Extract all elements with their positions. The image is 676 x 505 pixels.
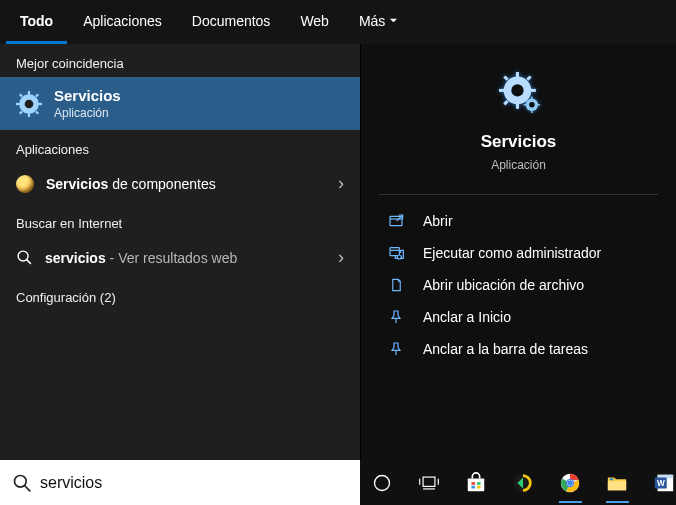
taskbar: W xyxy=(360,460,676,505)
search-icon xyxy=(12,473,32,493)
svg-rect-36 xyxy=(423,477,435,486)
tab-label: Web xyxy=(300,13,329,29)
svg-rect-5 xyxy=(38,102,42,104)
admin-icon xyxy=(387,245,405,261)
action-label: Abrir ubicación de archivo xyxy=(423,277,584,293)
svg-rect-8 xyxy=(19,110,23,114)
svg-rect-19 xyxy=(526,75,531,80)
chevron-right-icon: › xyxy=(338,173,344,194)
svg-rect-24 xyxy=(531,97,532,100)
svg-rect-17 xyxy=(529,89,535,92)
svg-rect-25 xyxy=(531,110,532,113)
svg-point-30 xyxy=(397,255,401,259)
svg-rect-15 xyxy=(515,103,518,109)
search-icon xyxy=(16,249,33,266)
svg-rect-4 xyxy=(16,102,20,104)
svg-rect-50 xyxy=(608,481,626,490)
action-label: Abrir xyxy=(423,213,453,229)
preview-actions: Abrir Ejecutar como administrador Abrir … xyxy=(361,195,676,375)
search-filter-tabs: Todo Aplicaciones Documentos Web Más xyxy=(0,0,676,44)
result-subtitle: Aplicación xyxy=(54,106,121,120)
svg-point-33 xyxy=(15,475,27,487)
svg-rect-29 xyxy=(390,248,399,256)
tab-todo[interactable]: Todo xyxy=(6,0,67,44)
chevron-right-icon: › xyxy=(338,247,344,268)
action-label: Anclar a la barra de tareas xyxy=(423,341,588,357)
tab-aplicaciones[interactable]: Aplicaciones xyxy=(69,0,176,44)
svg-rect-44 xyxy=(477,485,481,488)
open-icon xyxy=(387,213,405,229)
main-area: Mejor coincidencia Servicios Aplicación … xyxy=(0,44,676,460)
taskbar-word[interactable]: W xyxy=(653,469,676,497)
gear-icon xyxy=(16,91,42,117)
taskbar-taskview[interactable] xyxy=(417,469,440,497)
pin-icon xyxy=(387,341,405,357)
taskbar-chrome[interactable] xyxy=(559,469,582,497)
tab-label: Más xyxy=(359,13,385,29)
svg-point-1 xyxy=(25,99,34,108)
match-text: servicios xyxy=(45,250,106,266)
svg-point-35 xyxy=(374,475,389,490)
taskbar-store[interactable] xyxy=(464,469,487,497)
preview-header: Servicios Aplicación xyxy=(361,44,676,194)
svg-point-49 xyxy=(567,480,573,486)
result-servicios-componentes[interactable]: Servicios de componentes › xyxy=(0,163,360,204)
svg-rect-42 xyxy=(477,482,481,485)
result-text: Servicios Aplicación xyxy=(54,87,121,120)
svg-rect-41 xyxy=(471,482,475,485)
action-open[interactable]: Abrir xyxy=(361,205,676,237)
taskbar-cortana[interactable] xyxy=(370,469,393,497)
section-web: Buscar en Internet xyxy=(0,204,360,237)
action-run-admin[interactable]: Ejecutar como administrador xyxy=(361,237,676,269)
pin-icon xyxy=(387,309,405,325)
action-label: Ejecutar como administrador xyxy=(423,245,601,261)
svg-point-23 xyxy=(529,102,535,108)
svg-point-10 xyxy=(18,251,28,261)
svg-rect-3 xyxy=(28,112,30,116)
gear-icon xyxy=(496,72,542,118)
result-text: Servicios de componentes xyxy=(46,176,326,192)
active-indicator xyxy=(606,501,629,503)
svg-rect-43 xyxy=(471,485,475,488)
search-box[interactable] xyxy=(0,460,360,505)
svg-rect-16 xyxy=(499,89,505,92)
svg-rect-9 xyxy=(35,110,39,114)
action-pin-taskbar[interactable]: Anclar a la barra de tareas xyxy=(361,333,676,365)
section-config[interactable]: Configuración (2) xyxy=(0,278,360,311)
svg-rect-51 xyxy=(610,478,614,480)
result-web-servicios[interactable]: servicios - Ver resultados web › xyxy=(0,237,360,278)
svg-line-11 xyxy=(27,260,31,264)
rest-text: de componentes xyxy=(108,176,215,192)
taskbar-jdownloader[interactable] xyxy=(511,469,534,497)
svg-point-13 xyxy=(511,84,523,96)
svg-rect-2 xyxy=(28,91,30,95)
section-best-match: Mejor coincidencia xyxy=(0,44,360,77)
action-pin-start[interactable]: Anclar a Inicio xyxy=(361,301,676,333)
results-panel: Mejor coincidencia Servicios Aplicación … xyxy=(0,44,360,460)
svg-rect-26 xyxy=(523,104,526,105)
match-text: Servicios xyxy=(46,176,108,192)
search-input[interactable] xyxy=(40,474,348,492)
svg-rect-7 xyxy=(35,93,39,97)
active-indicator xyxy=(559,501,582,503)
svg-rect-40 xyxy=(468,478,485,491)
svg-line-34 xyxy=(25,485,31,491)
rest-text: - Ver resultados web xyxy=(106,250,238,266)
action-open-location[interactable]: Abrir ubicación de archivo xyxy=(361,269,676,301)
result-title: Servicios xyxy=(54,87,121,104)
tab-label: Aplicaciones xyxy=(83,13,162,29)
component-services-icon xyxy=(16,175,34,193)
tab-mas[interactable]: Más xyxy=(345,0,412,44)
tab-documentos[interactable]: Documentos xyxy=(178,0,285,44)
preview-title: Servicios xyxy=(481,132,557,152)
action-label: Anclar a Inicio xyxy=(423,309,511,325)
preview-panel: Servicios Aplicación Abrir Ejecutar como… xyxy=(360,44,676,460)
taskbar-explorer[interactable] xyxy=(606,469,629,497)
folder-icon xyxy=(387,277,405,293)
chevron-down-icon xyxy=(389,16,398,25)
tab-label: Documentos xyxy=(192,13,271,29)
svg-rect-6 xyxy=(19,93,23,97)
svg-rect-20 xyxy=(503,100,508,105)
result-best-servicios[interactable]: Servicios Aplicación xyxy=(0,77,360,130)
tab-web[interactable]: Web xyxy=(286,0,343,44)
